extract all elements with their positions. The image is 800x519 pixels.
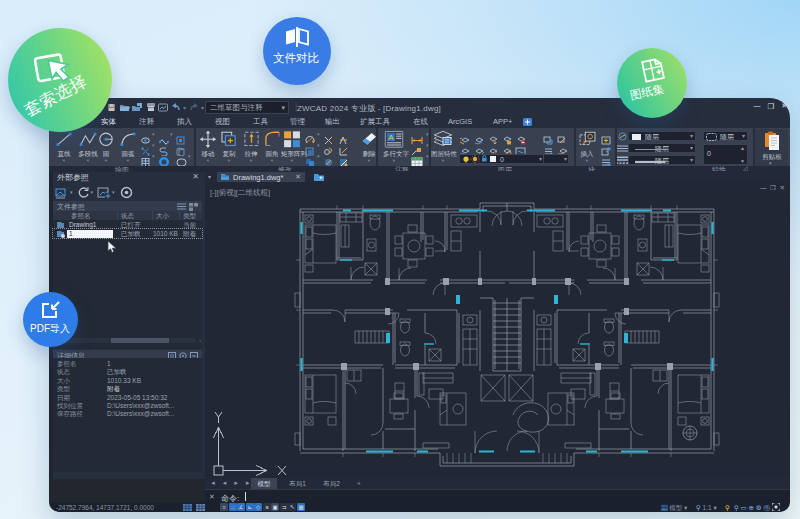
svg-text:A: A	[388, 133, 394, 142]
